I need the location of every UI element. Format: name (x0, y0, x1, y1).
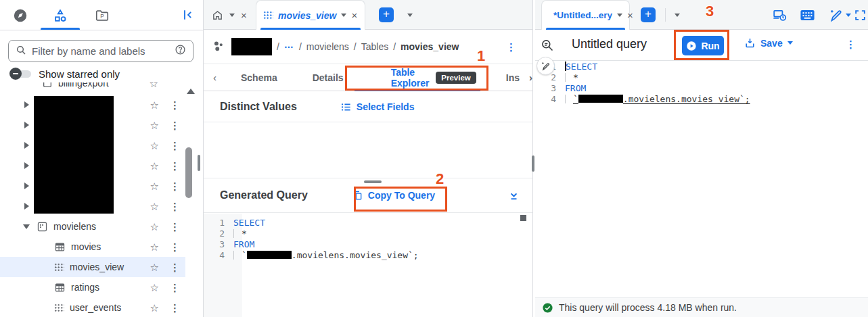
sidebar-resize-handle[interactable] (198, 155, 200, 171)
star-icon[interactable]: ☆ (150, 120, 159, 130)
view-icon (263, 11, 273, 20)
resources-tree-icon[interactable] (51, 7, 70, 24)
view-icon (54, 303, 64, 312)
scroll-up-arrow-icon[interactable] (187, 89, 195, 94)
tree-item-movies-view[interactable]: movies_view ☆⋮ (0, 257, 185, 277)
fullscreen-icon[interactable] (854, 9, 867, 22)
table-tabstrip: × movies_view × + (204, 0, 532, 30)
query-icon (541, 39, 554, 52)
breadcrumb-dataset[interactable]: movielens (306, 41, 349, 52)
tree-item-billingexport-partial[interactable]: billingexport ☆ (0, 82, 193, 94)
compass-icon[interactable] (11, 7, 30, 24)
sidebar-scrollbar-thumb[interactable] (185, 147, 192, 198)
tab-schema[interactable]: Schema (241, 72, 277, 83)
tab-caret-icon[interactable] (617, 14, 622, 17)
kebab-menu-icon[interactable]: ⋮ (170, 262, 180, 272)
sql-editor[interactable]: 1SELECT 2* 3FROM 4`.movielens.movies_vie… (535, 61, 868, 297)
keyboard-shortcuts-icon[interactable] (800, 9, 815, 21)
tree-item-movielens[interactable]: movielens ☆⋮ (0, 216, 185, 237)
star-icon[interactable]: ☆ (150, 82, 158, 89)
expand-arrow-icon[interactable] (24, 182, 29, 189)
tab-insights-truncated[interactable]: Ins (506, 72, 520, 83)
kebab-menu-icon[interactable]: ⋮ (170, 100, 180, 110)
breadcrumb-section[interactable]: Tables (361, 41, 388, 52)
tab-overflow-caret-icon[interactable] (407, 14, 413, 17)
select-fields-button[interactable]: Select Fields (340, 101, 415, 112)
star-icon[interactable]: ☆ (150, 262, 159, 272)
kebab-menu-icon[interactable]: ⋮ (506, 42, 516, 52)
star-icon[interactable]: ☆ (150, 222, 159, 232)
pinned-projects-icon[interactable]: P (93, 7, 112, 24)
tab-details[interactable]: Details (313, 72, 344, 83)
star-icon[interactable]: ☆ (150, 201, 159, 212)
tree-item-movies[interactable]: movies ☆⋮ (0, 237, 185, 257)
collapse-arrow-icon[interactable] (23, 224, 30, 229)
close-tab-icon[interactable]: × (627, 10, 633, 20)
kebab-menu-icon[interactable]: ⋮ (170, 120, 180, 130)
tab-overflow-caret-icon[interactable] (675, 14, 680, 17)
query-title: Untitled query (572, 37, 647, 51)
filter-input[interactable]: Filter by name and labels (8, 40, 193, 62)
tab-caret-icon[interactable] (341, 14, 346, 17)
divider (665, 8, 666, 22)
code-line: 2* (204, 228, 532, 239)
distinct-values-title: Distinct Values (220, 101, 297, 113)
breadcrumb-ellipsis[interactable]: ⋯ (284, 41, 294, 52)
code-line: 4`.movielens.movies_view`; (204, 249, 532, 260)
star-icon[interactable]: ☆ (150, 100, 159, 110)
dataset-icon (37, 221, 48, 233)
scroll-tabs-right-icon[interactable]: › (529, 72, 532, 83)
panel-resize-handle[interactable] (532, 155, 534, 172)
help-icon[interactable] (175, 44, 186, 58)
collapse-section-icon[interactable] (507, 189, 520, 202)
tree-item-ratings[interactable]: ratings ☆⋮ (0, 277, 185, 297)
kebab-menu-icon[interactable]: ⋮ (170, 161, 180, 171)
edit-with-ai-icon[interactable] (536, 57, 555, 75)
expand-arrow-icon[interactable] (24, 203, 29, 210)
close-home-tab-icon[interactable]: × (241, 10, 247, 20)
kebab-menu-icon[interactable]: ⋮ (170, 222, 180, 232)
tree-item-user-events[interactable]: user_events ☆⋮ (0, 297, 185, 317)
kebab-menu-icon[interactable]: ⋮ (170, 141, 180, 151)
star-icon[interactable]: ☆ (150, 161, 159, 171)
tab-movies-view[interactable]: movies_view × (256, 0, 365, 30)
scroll-tabs-left-icon[interactable]: ‹ (213, 72, 216, 83)
annotation-box-1 (345, 66, 488, 91)
star-icon[interactable]: ☆ (150, 181, 159, 191)
code-scrollbar-thumb[interactable] (520, 215, 526, 221)
expand-arrow-icon[interactable] (24, 101, 29, 108)
kebab-menu-icon[interactable]: ⋮ (170, 242, 180, 252)
collapse-sidebar-icon[interactable] (180, 7, 196, 23)
expand-arrow-icon[interactable] (24, 122, 29, 128)
code-line: 3FROM (204, 239, 532, 249)
star-icon[interactable]: ☆ (150, 242, 159, 252)
star-icon[interactable]: ☆ (150, 303, 159, 313)
close-tab-icon[interactable]: × (351, 10, 357, 20)
save-button[interactable]: Save (744, 37, 793, 49)
expand-arrow-icon[interactable] (24, 142, 29, 149)
expand-arrow-icon[interactable] (24, 162, 29, 169)
table-reference-link[interactable]: `.movielens.movies_view`; (573, 94, 750, 104)
annotation-box-2 (354, 187, 447, 212)
pen-caret-icon[interactable] (846, 14, 851, 17)
kebab-menu-icon[interactable]: ⋮ (170, 201, 180, 212)
sql-generation-pen-icon[interactable] (829, 8, 843, 22)
schedule-query-icon[interactable] (773, 8, 787, 22)
annotation-number-3: 3 (706, 3, 714, 20)
home-tab-icon[interactable] (212, 9, 223, 21)
bigquery-console: P Filter by name and labels Show starred… (0, 0, 868, 317)
home-tab-caret-icon[interactable] (229, 14, 235, 17)
starred-toggle[interactable] (9, 68, 32, 80)
kebab-menu-icon[interactable]: ⋮ (846, 39, 856, 49)
star-icon[interactable]: ☆ (150, 283, 159, 293)
new-tab-button[interactable]: + (379, 7, 394, 22)
kebab-menu-icon[interactable]: ⋮ (170, 181, 180, 191)
star-icon[interactable]: ☆ (150, 141, 159, 151)
generated-query-code[interactable]: 1SELECT 2* 3FROM 4`.movielens.movies_vie… (204, 214, 532, 317)
redacted-project-name (578, 95, 623, 103)
tab-untitled-query[interactable]: *Untitled...ery × (541, 0, 630, 30)
kebab-menu-icon[interactable]: ⋮ (170, 303, 180, 313)
svg-text:P: P (100, 14, 104, 20)
new-query-tab-button[interactable]: + (641, 7, 656, 22)
kebab-menu-icon[interactable]: ⋮ (170, 283, 180, 293)
